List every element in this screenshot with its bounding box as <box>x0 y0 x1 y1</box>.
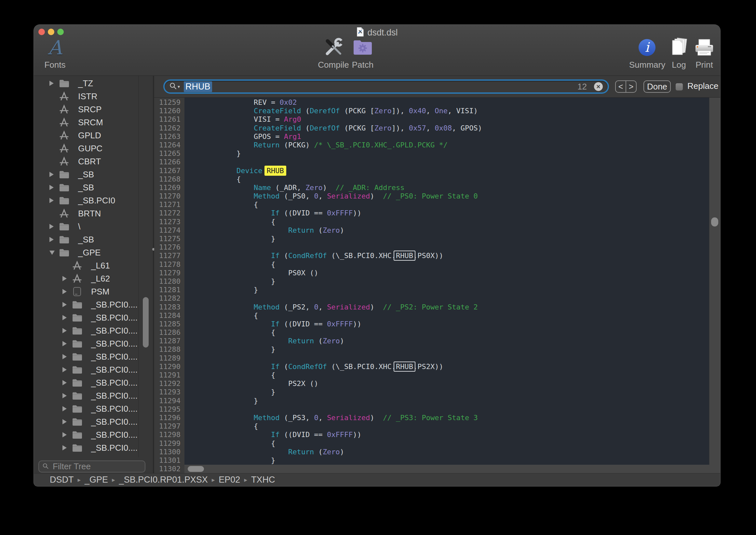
tree-item[interactable]: GPLD <box>34 129 139 142</box>
tree-item[interactable]: PSM <box>34 285 139 298</box>
code-token: CreateField <box>254 124 301 132</box>
disclosure-triangle-icon[interactable] <box>63 393 71 398</box>
vertical-scrollbar[interactable] <box>709 98 720 473</box>
disclosure-triangle-icon[interactable] <box>49 224 59 229</box>
tree-item[interactable]: _SB.PCI0.... <box>34 337 139 350</box>
filter-tree-input[interactable]: Filter Tree <box>39 461 146 472</box>
disclosure-triangle-icon[interactable] <box>63 419 71 424</box>
code-line: Method (_PS0, 0, Serialized) // _PS0: Po… <box>185 192 720 201</box>
sidebar-scrollbar-thumb[interactable] <box>143 297 148 348</box>
vertical-scrollbar-thumb[interactable] <box>711 217 718 227</box>
breadcrumb-item[interactable]: _SB.PCI0.RP01.PXSX <box>119 475 208 485</box>
breadcrumb-item[interactable]: _GPE <box>85 475 108 485</box>
done-button[interactable]: Done <box>643 80 671 93</box>
disclosure-triangle-icon[interactable] <box>49 185 59 190</box>
zoom-button[interactable] <box>57 29 64 35</box>
tree-item-label: GUPC <box>78 144 102 154</box>
disclosure-triangle-icon[interactable] <box>49 237 59 242</box>
toolbar-item-print[interactable]: Print <box>687 36 720 70</box>
tree-item[interactable]: _L62 <box>34 272 139 285</box>
maciasl-window: dsdt.dsl A Fonts Compile <box>34 25 720 486</box>
tree-item[interactable]: _SB.PCI0.... <box>34 441 139 454</box>
disclosure-triangle-icon[interactable] <box>63 315 71 320</box>
breadcrumb-item[interactable]: EP02 <box>219 475 240 485</box>
disclosure-triangle-icon[interactable] <box>63 302 71 307</box>
tree-item[interactable]: \ <box>34 220 139 233</box>
tree-item[interactable]: CBRT <box>34 155 139 168</box>
tree-item[interactable]: _SB.PCI0.... <box>34 428 139 441</box>
disclosure-triangle-icon[interactable] <box>63 432 71 437</box>
disclosure-triangle-icon[interactable] <box>63 289 71 294</box>
tree-item[interactable]: SRCM <box>34 116 139 129</box>
code-token: Method <box>254 414 280 422</box>
code-token: } <box>185 286 258 294</box>
tree-item[interactable]: _SB.PCI0.... <box>34 402 139 415</box>
code-token: ((DVID == <box>280 320 327 328</box>
code-token: If <box>271 320 280 328</box>
tree-item[interactable]: _SB <box>34 233 139 246</box>
chevron-down-icon[interactable]: ▾ <box>177 84 180 89</box>
sidebar-tree[interactable]: _TZISTRSRCPSRCMGPLDGUPCCBRT_SB_SB_SB.PCI… <box>34 77 139 457</box>
toolbar-item-summary[interactable]: i Summary <box>629 36 665 70</box>
tree-item[interactable]: _SB.PCI0.... <box>34 415 139 428</box>
code-token: Name <box>254 183 271 192</box>
tree-item[interactable]: _SB <box>34 181 139 194</box>
tree-item[interactable]: _SB.PCI0.... <box>34 363 139 376</box>
toolbar-item-patch[interactable]: Patch <box>345 36 381 70</box>
disclosure-triangle-icon[interactable] <box>63 445 71 450</box>
toolbar-item-fonts[interactable]: A Fonts <box>37 36 73 70</box>
tree-item[interactable]: _SB.PCI0 <box>34 194 139 207</box>
line-number: 11281 <box>154 286 184 294</box>
disclosure-triangle-icon[interactable] <box>63 367 71 372</box>
disclosure-triangle-icon[interactable] <box>49 81 59 86</box>
tree-item[interactable]: ISTR <box>34 90 139 103</box>
tree-item[interactable]: _SB.PCI0.... <box>34 454 139 457</box>
tree-item[interactable]: _SB <box>34 168 139 181</box>
tree-item[interactable]: _SB.PCI0.... <box>34 324 139 337</box>
disclosure-triangle-icon[interactable] <box>49 172 59 177</box>
tree-item[interactable]: _GPE <box>34 246 139 259</box>
clear-search-button[interactable]: ✕ <box>594 82 603 91</box>
breadcrumb-item[interactable]: TXHC <box>251 475 275 485</box>
disclosure-triangle-icon[interactable] <box>63 406 71 411</box>
tree-item[interactable]: _SB.PCI0.... <box>34 389 139 402</box>
tree-item[interactable]: SRCP <box>34 103 139 116</box>
disclosure-triangle-icon[interactable] <box>63 328 71 333</box>
find-input[interactable]: ▾ RHUB 12 ✕ <box>163 79 609 94</box>
disclosure-triangle-icon[interactable] <box>49 251 59 255</box>
tree-item-label: _L61 <box>91 261 110 271</box>
line-number: 11285 <box>154 320 184 328</box>
disclosure-triangle-icon[interactable] <box>63 276 71 281</box>
code-editor[interactable]: 1125911260112611126211263112641126511266… <box>154 98 720 473</box>
tree-item[interactable]: _L61 <box>34 259 139 272</box>
next-match-button[interactable]: > <box>626 81 636 92</box>
disclosure-triangle-icon[interactable] <box>63 341 71 346</box>
horizontal-scrollbar[interactable] <box>184 465 710 473</box>
line-number: 11279 <box>154 269 184 277</box>
tree-item[interactable]: BRTN <box>34 207 139 220</box>
code-line: If (CondRefOf (\_SB.PCI0.XHC.RHUB.PS2X)) <box>185 362 720 371</box>
tree-item[interactable]: _SB.PCI0.... <box>34 376 139 389</box>
horizontal-scrollbar-thumb[interactable] <box>188 466 204 472</box>
code-token: Zero <box>306 183 323 192</box>
tree-item-label: _SB.PCI0.... <box>91 378 138 388</box>
tree-item[interactable]: _SB.PCI0.... <box>34 350 139 363</box>
sidebar: _TZISTRSRCPSRCMGPLDGUPCCBRT_SB_SB_SB.PCI… <box>34 76 153 473</box>
previous-match-button[interactable]: < <box>616 81 626 92</box>
code-area[interactable]: REV = 0x02 CreateField (DerefOf (PCKG [Z… <box>184 98 720 473</box>
folder-icon <box>71 391 83 401</box>
replace-checkbox[interactable] <box>676 83 683 91</box>
close-button[interactable] <box>39 29 45 35</box>
disclosure-triangle-icon[interactable] <box>49 198 59 203</box>
code-token: 0 <box>314 192 318 200</box>
tree-item[interactable]: _TZ <box>34 77 139 90</box>
search-match-current: RHUB <box>264 166 286 176</box>
code-token: , <box>426 124 435 132</box>
disclosure-triangle-icon[interactable] <box>63 354 71 359</box>
disclosure-triangle-icon[interactable] <box>63 380 71 385</box>
tree-item[interactable]: GUPC <box>34 142 139 155</box>
tree-item[interactable]: _SB.PCI0.... <box>34 311 139 324</box>
breadcrumb-item[interactable]: DSDT <box>50 475 74 485</box>
minimize-button[interactable] <box>48 29 54 35</box>
tree-item[interactable]: _SB.PCI0.... <box>34 298 139 311</box>
